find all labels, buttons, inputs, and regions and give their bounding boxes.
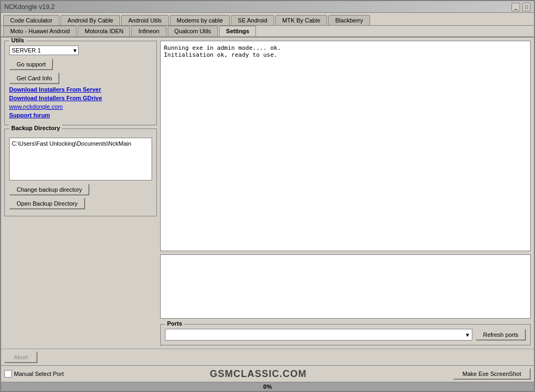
tab-android-utils[interactable]: Android Utils [121,15,168,25]
tab-blackberry[interactable]: Blackberry [328,15,370,25]
tab-qualcom-utils[interactable]: Qualcom Utils [168,26,218,36]
backup-group: Backup Directory C:\Users\Fast Unlocking… [4,129,157,216]
title-bar-buttons: _ □ [511,3,531,11]
progress-bar: 0% [1,382,534,391]
change-backup-dir-button[interactable]: Change backup directory [9,184,89,195]
output-box: Running exe in admin mode.... ok. Initia… [160,41,531,251]
abort-row: Abort [1,349,534,365]
tab-se-android[interactable]: SE Android [231,15,274,25]
ports-row: ▼ Refresh ports [165,327,526,343]
get-card-info-button[interactable]: Get Card Info [9,72,59,84]
ports-select-wrapper: ▼ [165,329,472,341]
tab-moto-huawei[interactable]: Moto - Huawei Android [3,26,77,36]
tab-settings[interactable]: Settings [219,26,256,36]
window-title: NCKdongle v19.2 [4,3,55,11]
server-select-row: SERVER 1 SERVER 2 SERVER 3 ▼ [9,46,152,55]
minimize-button[interactable]: _ [511,3,520,11]
manual-port-label: Manual Select Port [4,370,64,378]
go-support-button[interactable]: Go support [9,58,53,70]
tabs-row-1: Code Calculator Android By Cable Android… [1,13,534,26]
ports-section-title: Ports [165,320,184,327]
main-window: NCKdongle v19.2 _ □ Code Calculator Andr… [0,0,535,392]
server-select[interactable]: SERVER 1 SERVER 2 SERVER 3 [9,46,79,55]
tab-code-calculator[interactable]: Code Calculator [3,15,59,25]
progress-text: 0% [263,383,272,390]
manual-port-checkbox[interactable] [4,370,12,378]
tab-modems-by-cable[interactable]: Modems by cable [170,15,230,25]
open-backup-dir-button[interactable]: Open Backup Directory [9,198,85,209]
output-line-1: Running exe in admin mode.... ok. [164,44,527,51]
maximize-button[interactable]: □ [522,3,531,11]
tab-infineon[interactable]: Infineon [131,26,166,36]
tab-android-by-cable[interactable]: Android By Cable [61,15,120,25]
ports-section: Ports ▼ Refresh ports [160,324,531,345]
utils-group-title: Utils [9,37,26,43]
lower-output-box [160,254,531,319]
website-link[interactable]: www.nckdongle.com [9,103,152,110]
backup-group-title: Backup Directory [9,125,62,131]
download-server-link[interactable]: Download Installers From Server [9,86,152,93]
main-content: Utils SERVER 1 SERVER 2 SERVER 3 ▼ Go su… [1,37,534,349]
refresh-ports-button[interactable]: Refresh ports [476,329,526,341]
output-line-2: Initialisation ok, ready to use. [164,51,527,58]
screenshot-button[interactable]: Make Exe ScreenShot [453,368,531,380]
utils-group: Utils SERVER 1 SERVER 2 SERVER 3 ▼ Go su… [4,41,157,125]
tabs-row-2: Moto - Huawei Android Motorola IDEN Infi… [1,26,534,37]
abort-button[interactable]: Abort [4,351,37,363]
download-gdrive-link[interactable]: Download Installers From GDrive [9,95,152,101]
manual-port-text: Manual Select Port [14,371,64,377]
server-select-wrapper: SERVER 1 SERVER 2 SERVER 3 ▼ [9,46,79,55]
bottom-bar: Manual Select Port GSMCLASSIC.COM Make E… [1,365,534,382]
left-panel: Utils SERVER 1 SERVER 2 SERVER 3 ▼ Go su… [4,41,157,345]
tab-motorola-iden[interactable]: Motorola IDEN [78,26,130,36]
ports-select[interactable] [165,329,472,341]
backup-dir-display: C:\Users\Fast Unlocking\Documents\NckMai… [9,138,152,180]
tab-mtk-by-cable[interactable]: MTK By Cable [275,15,327,25]
brand-text: GSMCLASSIC.COM [68,368,449,380]
title-bar: NCKdongle v19.2 _ □ [1,1,534,13]
support-forum-link[interactable]: Support forum [9,112,152,118]
right-panel: Running exe in admin mode.... ok. Initia… [160,41,531,345]
